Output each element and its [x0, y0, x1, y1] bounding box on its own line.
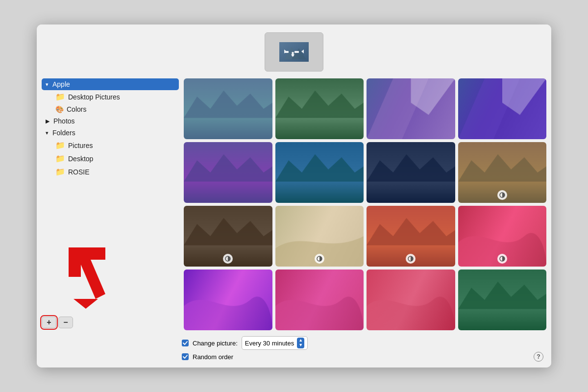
- sidebar-label-folders: Folders: [52, 129, 75, 137]
- change-picture-label: Change picture:: [193, 340, 238, 347]
- checkmark-icon: [183, 341, 188, 345]
- wallpaper-cell-wp5[interactable]: [184, 142, 272, 203]
- sidebar-label-desktop: Desktop: [68, 155, 93, 163]
- dual-wallpaper-icon: [223, 254, 233, 264]
- svg-rect-6: [294, 51, 299, 53]
- wallpaper-grid: [184, 76, 546, 332]
- change-picture-interval: Every 30 minutes: [245, 340, 294, 347]
- main-content: ▾ Apple 📁 Desktop Pictures 🎨 Colors ▶ Ph…: [37, 76, 551, 332]
- wallpaper-cell-wp4[interactable]: [458, 78, 547, 139]
- sidebar-bottom-buttons: + −: [42, 317, 73, 328]
- wallpaper-cell-wp2[interactable]: [275, 78, 364, 139]
- interval-stepper[interactable]: ▲ ▼: [297, 338, 304, 348]
- wallpaper-cell-wp12[interactable]: [458, 206, 547, 267]
- random-order-row: Random order ?: [182, 352, 543, 362]
- sidebar-label-pictures: Pictures: [68, 142, 93, 149]
- dual-wallpaper-icon: [497, 254, 507, 264]
- remove-source-button[interactable]: −: [58, 317, 73, 328]
- sidebar: ▾ Apple 📁 Desktop Pictures 🎨 Colors ▶ Ph…: [42, 76, 179, 332]
- svg-rect-4: [284, 51, 289, 53]
- change-picture-checkbox[interactable]: [182, 340, 189, 346]
- dual-wallpaper-icon: [315, 254, 324, 264]
- folder-icon: 📁: [55, 92, 65, 101]
- preview-area: [37, 24, 551, 76]
- folder-icon-4: 📁: [55, 167, 65, 176]
- wallpaper-cell-wp6[interactable]: [275, 142, 364, 203]
- help-button[interactable]: ?: [534, 352, 543, 362]
- wallpaper-cell-wp1[interactable]: [184, 78, 272, 139]
- preview-thumbnail-svg: [279, 40, 309, 64]
- sidebar-label-colors: Colors: [67, 105, 86, 113]
- wallpaper-cell-wp15[interactable]: [367, 270, 455, 330]
- change-picture-row: Change picture: Every 30 minutes ▲ ▼: [182, 336, 543, 350]
- add-source-button[interactable]: +: [42, 317, 56, 328]
- desktop-screensaver-window: ▾ Apple 📁 Desktop Pictures 🎨 Colors ▶ Ph…: [37, 24, 551, 368]
- current-wallpaper-preview: [265, 32, 323, 72]
- chevron-down-icon: ▾: [46, 81, 49, 88]
- wallpaper-cell-wp8[interactable]: [458, 142, 547, 203]
- bottom-controls: Change picture: Every 30 minutes ▲ ▼ Ran…: [182, 336, 543, 362]
- checkmark-icon-2: [183, 354, 188, 359]
- sidebar-item-desktop-pictures[interactable]: 📁 Desktop Pictures: [42, 90, 179, 103]
- sidebar-item-folders-group[interactable]: ▾ Folders: [42, 127, 179, 139]
- dual-wallpaper-icon: [406, 254, 416, 264]
- svg-rect-8: [292, 52, 294, 56]
- random-order-checkbox[interactable]: [182, 353, 189, 360]
- red-arrow-svg: [51, 245, 115, 309]
- svg-marker-11: [74, 299, 98, 309]
- dual-wallpaper-icon: [497, 190, 507, 200]
- wallpaper-cell-wp16[interactable]: [458, 270, 547, 330]
- arrow-annotation: [51, 245, 115, 311]
- change-picture-dropdown[interactable]: Every 30 minutes ▲ ▼: [242, 336, 308, 350]
- sidebar-item-rosie[interactable]: 📁 ROSIE: [42, 165, 179, 178]
- wallpaper-cell-wp9[interactable]: [184, 206, 272, 267]
- sidebar-label-apple: Apple: [52, 80, 70, 88]
- wallpaper-cell-wp3[interactable]: [367, 78, 455, 139]
- svg-marker-10: [69, 247, 105, 299]
- folder-icon-2: 📁: [55, 141, 65, 150]
- folder-icon-3: 📁: [55, 154, 65, 163]
- chevron-down-icon-2: ▾: [46, 130, 49, 136]
- wallpaper-cell-wp13[interactable]: [184, 270, 272, 330]
- wallpaper-cell-wp14[interactable]: [275, 270, 364, 330]
- sidebar-item-photos[interactable]: ▶ Photos: [42, 115, 179, 127]
- sidebar-item-desktop[interactable]: 📁 Desktop: [42, 152, 179, 165]
- random-order-label: Random order: [193, 353, 233, 361]
- bottom-bar: Change picture: Every 30 minutes ▲ ▼ Ran…: [37, 332, 551, 368]
- sidebar-item-apple[interactable]: ▾ Apple: [42, 78, 179, 90]
- wallpaper-cell-wp10[interactable]: [275, 206, 364, 267]
- sidebar-label-photos: Photos: [53, 117, 75, 125]
- wallpaper-cell-wp7[interactable]: [367, 142, 455, 203]
- colors-icon: 🎨: [55, 105, 64, 113]
- sidebar-label-rosie: ROSIE: [68, 168, 90, 176]
- sidebar-item-pictures[interactable]: 📁 Pictures: [42, 139, 179, 152]
- sidebar-item-colors[interactable]: 🎨 Colors: [42, 103, 179, 115]
- wallpaper-cell-wp11[interactable]: [367, 206, 455, 267]
- chevron-right-icon: ▶: [46, 118, 49, 124]
- sidebar-label-desktop-pictures: Desktop Pictures: [68, 93, 120, 101]
